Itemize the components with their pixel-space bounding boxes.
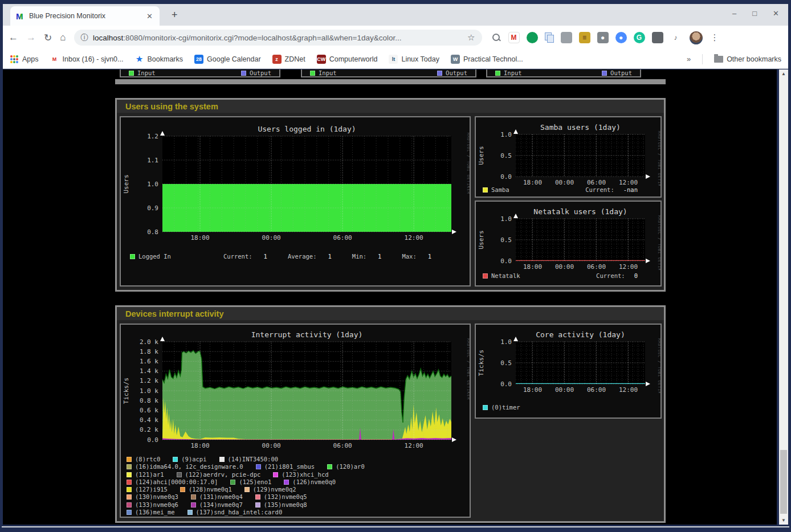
chrome-menu-icon[interactable]: ⋮ — [711, 32, 719, 43]
legend-swatch — [127, 457, 132, 462]
legend-label: Logged In — [138, 253, 171, 260]
svg-text:Users: Users — [123, 174, 130, 193]
chart-legend: NetatalkCurrent:0 — [483, 272, 638, 279]
maximize-button[interactable]: □ — [752, 9, 757, 18]
legend-swatch — [191, 494, 196, 500]
bookmark-label: Linux Today — [401, 55, 439, 63]
users-logged-in-chart: 0.80.91.01.11.218:0000:0006:0012:00Users… — [120, 116, 471, 287]
bookmark-item[interactable]: ltLinux Today — [389, 55, 439, 64]
lighthouse-icon[interactable]: ● — [597, 32, 609, 43]
bookmark-item[interactable]: Apps — [10, 55, 39, 63]
back-icon[interactable]: ← — [9, 32, 18, 43]
reload-icon[interactable]: ↻ — [44, 32, 52, 44]
url-host: localhost — [93, 34, 123, 42]
svg-text:0.2 k: 0.2 k — [140, 426, 158, 433]
svg-text:18:00: 18:00 — [190, 442, 209, 449]
legend-swatch — [177, 472, 182, 477]
svg-text:RRDTOOL / TOBI OETIKER: RRDTOOL / TOBI OETIKER — [657, 215, 660, 270]
legend-label: (0)timer — [491, 404, 520, 411]
bookmarks-overflow-icon[interactable]: » — [687, 55, 691, 63]
legend-label: (21)i801_smbus — [264, 463, 315, 470]
section-title: Users using the system — [125, 102, 218, 111]
gmail-icon[interactable]: M — [508, 32, 520, 43]
forward-icon: → — [26, 32, 36, 43]
close-button[interactable]: ✕ — [773, 9, 779, 18]
bookmark-favicon: ★ — [135, 55, 144, 64]
svg-text:0.5: 0.5 — [500, 236, 512, 244]
scroll-down-icon[interactable]: ▼ — [779, 516, 788, 525]
browser-window: { "theme": { "frame-navy": "#202d52", "t… — [0, 0, 791, 532]
stat-label: Current: — [596, 272, 625, 279]
voice-icon[interactable] — [527, 32, 538, 43]
legend-swatch — [127, 464, 132, 469]
other-bookmarks-button[interactable]: Other bookmarks — [714, 55, 781, 63]
bookmark-item[interactable]: ★Bookmarks — [135, 55, 184, 64]
samba_users-plot: 0.00.51.018:0000:0006:0012:00Samba users… — [476, 117, 660, 186]
bookmark-star-icon[interactable]: ☆ — [467, 32, 475, 43]
session-icon[interactable] — [561, 32, 572, 43]
bookmark-label: Apps — [22, 55, 39, 63]
legend-label: (128)nvme0q1 — [189, 486, 232, 493]
legend-swatch — [483, 273, 488, 279]
svg-text:06:00: 06:00 — [333, 234, 352, 242]
profile-avatar[interactable] — [690, 31, 703, 44]
legend-label: (121)ar1 — [135, 471, 164, 478]
address-bar[interactable]: ⓘ localhost:8080/monitorix-cgi/monitorix… — [74, 30, 482, 46]
tab-close-icon[interactable]: ✕ — [145, 12, 154, 21]
minimize-button[interactable]: – — [732, 9, 736, 18]
bookmark-item[interactable]: WPractical Technol... — [451, 55, 523, 64]
bookmark-item[interactable]: 28Google Calendar — [194, 55, 261, 64]
svg-text:1.0: 1.0 — [500, 215, 512, 223]
legend-label: (16)idma64.0, i2c_designware.0 — [135, 463, 243, 470]
home-icon[interactable]: ⌂ — [60, 32, 66, 43]
browser-tab[interactable]: MM Blue Precision Monitorix ✕ — [10, 6, 160, 26]
interrupt_activity-plot: 0.00.2 k0.4 k0.6 k0.8 k1.0 k1.2 k1.4 k1.… — [121, 325, 470, 451]
bookmark-label: Bookmarks — [148, 55, 184, 63]
section-title: Devices interrupt activity — [125, 309, 223, 318]
scroll-up-icon[interactable]: ▲ — [779, 69, 788, 78]
stat-value: 1 — [378, 253, 381, 260]
svg-text:2.0 k: 2.0 k — [140, 338, 158, 346]
legend-swatch — [284, 480, 289, 485]
stat-value: 0 — [634, 272, 638, 279]
stat-value: 1 — [428, 253, 431, 260]
legend-label: (9)acpi — [181, 456, 206, 463]
legend-swatch — [173, 457, 178, 462]
bookmark-item[interactable]: MInbox (16) - sjvn0... — [50, 55, 124, 64]
input-legend-swatch — [310, 71, 315, 76]
legend-swatch — [244, 487, 250, 492]
stat-label: Current: — [223, 253, 252, 260]
interrupt-activity-chart: 0.00.2 k0.4 k0.6 k0.8 k1.0 k1.2 k1.4 k1.… — [120, 324, 471, 518]
stat-label: Average: — [288, 253, 317, 260]
window-inner-border — [2, 526, 789, 527]
reading-stack-icon[interactable]: ≡ — [579, 32, 590, 43]
legend-label: Netatalk — [491, 272, 520, 279]
extensions-puzzle-icon[interactable] — [652, 32, 663, 43]
zoom-camera-icon[interactable]: ● — [615, 32, 627, 43]
scrollbar-thumb[interactable] — [780, 450, 787, 514]
playlist-icon[interactable]: ♪ — [670, 32, 682, 43]
legend-swatch — [127, 510, 132, 515]
input-legend-swatch — [495, 71, 500, 76]
bookmark-item[interactable]: CWComputerworld — [317, 55, 378, 64]
svg-text:Interrupt activity (1day): Interrupt activity (1day) — [251, 330, 363, 339]
page-scrollbar[interactable]: ▲ ▼ — [779, 69, 788, 525]
legend-label: (126)nvme0q0 — [292, 478, 336, 485]
legend-label: (136)mei_me — [135, 509, 175, 515]
svg-text:0.0: 0.0 — [500, 380, 512, 388]
bookmarks-bar: AppsMInbox (16) - sjvn0...★Bookmarks28Go… — [3, 50, 788, 69]
search-icon[interactable] — [491, 32, 501, 43]
folder-icon — [714, 56, 723, 63]
grammarly-icon[interactable]: G — [634, 32, 645, 43]
copy-pages-icon[interactable] — [545, 32, 554, 43]
new-tab-button[interactable]: + — [172, 9, 178, 21]
section-frame-bottom — [115, 79, 666, 84]
info-icon[interactable]: ⓘ — [81, 32, 89, 43]
partial-section-top: Input Output Input Output Input Output — [115, 69, 666, 84]
svg-text:1.0 k: 1.0 k — [140, 387, 158, 395]
svg-text:18:00: 18:00 — [523, 179, 542, 186]
bookmark-label: Inbox (16) - sjvn0... — [63, 55, 124, 63]
svg-text:Users: Users — [478, 146, 485, 165]
legend-label: Samba — [491, 186, 509, 193]
bookmark-item[interactable]: zZDNet — [272, 55, 305, 64]
